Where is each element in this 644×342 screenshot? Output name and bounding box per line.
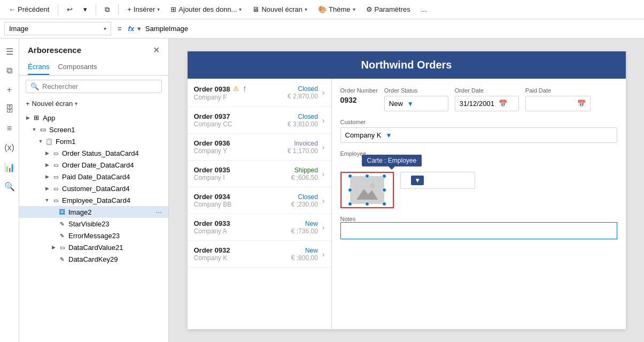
order-item-0935[interactable]: Order 0935 Company I Shipped € ;606,50 › (188, 161, 331, 187)
order-item-0937[interactable]: Order 0937 Company CC Closed € 3;810,00 … (188, 107, 331, 134)
order-company-0937: Company CC (194, 120, 288, 128)
handle-ml (348, 188, 352, 192)
tree-item-screen1[interactable]: ▼ ▭ Screen1 (19, 124, 168, 135)
database-button[interactable]: 🗄 (1, 101, 18, 118)
tree-item-app[interactable]: ▶ ⊞ App (19, 112, 168, 124)
undo-chevron[interactable]: ▾ (79, 3, 91, 16)
new-screen-btn[interactable]: + Nouvel écran ▾ (19, 97, 168, 110)
order-right-0935: Shipped € ;606,50 (291, 166, 318, 181)
formula-input[interactable] (145, 25, 640, 33)
order-item-0934[interactable]: Order 0934 Company BB Closed € ;230,00 › (188, 187, 331, 214)
chevron-down-icon: ▾ (83, 5, 87, 13)
tree-item-errormessage[interactable]: ✎ ErrorMessage23 (19, 230, 168, 241)
tree-item-orderdate[interactable]: ▶ ▭ Order Date_DataCard4 (19, 159, 168, 171)
select-arrow-status: ▼ (407, 100, 414, 108)
tab-screens[interactable]: Écrans (28, 59, 49, 75)
tree-item-orderstatus[interactable]: ▶ ▭ Order Status_DataCard4 (19, 147, 168, 159)
order-chevron-0933: › (322, 223, 325, 232)
notes-input[interactable] (340, 222, 617, 239)
handle-tl (348, 174, 352, 178)
tree-item-image2[interactable]: 🖼 Image2 ··· (19, 206, 168, 218)
controls-button[interactable]: ≡ (1, 120, 18, 137)
expand-icon-orderstatus: ▶ (43, 149, 51, 157)
order-item-0932[interactable]: Order 0932 Company K New € ;800,00 › (188, 241, 331, 268)
chevron-down-icon2: ▾ (157, 6, 160, 12)
order-right-0938: Closed € 2,870,00 (288, 85, 318, 100)
insert-button[interactable]: + Insérer ▾ (123, 3, 164, 16)
order-info-0937: Order 0937 Company CC (194, 112, 288, 128)
order-number-0933: Order 0933 (194, 219, 291, 227)
order-date-input[interactable]: 31/12/2001 📅 (455, 96, 519, 111)
add-data-button[interactable]: ⊞ Ajouter des donn... ▾ (166, 3, 246, 16)
layers-button[interactable]: ⧉ (1, 62, 18, 79)
order-item-0938[interactable]: Order 0938 ⚠ ↑ Company F Closed € 2,870,… (188, 79, 331, 107)
handle-tr (382, 174, 386, 178)
tab-components[interactable]: Composants (58, 59, 97, 75)
order-chevron-0935: › (322, 170, 325, 178)
customer-select[interactable]: Company K ▼ (340, 127, 617, 143)
order-status-0938: Closed (288, 85, 318, 93)
tree-item-datacardvalue[interactable]: ▶ ▭ DataCardValue21 (19, 241, 168, 253)
tree-item-form1[interactable]: ▼ 📋 Form1 (19, 135, 168, 147)
tree-item-paiddate[interactable]: ▶ ▭ Paid Date_DataCard4 (19, 171, 168, 183)
function-button[interactable]: (x) (1, 139, 18, 156)
order-status-0937: Closed (288, 113, 318, 120)
star-icon: ✎ (58, 219, 66, 228)
paid-date-input[interactable]: 📅 (525, 96, 591, 111)
tree-item-datacardkey[interactable]: ✎ DataCardKey29 (19, 253, 168, 265)
order-status-select[interactable]: New ▼ (384, 96, 448, 111)
card-icon2: ▭ (51, 161, 60, 169)
undo-icon: ↩ (67, 5, 73, 13)
add-button[interactable]: + (1, 81, 18, 98)
plus-icon-tree: + (26, 100, 30, 108)
undo-button[interactable]: ↩ (63, 3, 77, 16)
expand-icon-paiddate: ▶ (43, 172, 51, 181)
search-input[interactable] (42, 82, 157, 90)
canvas-area: Northwind Orders Order 0938 ⚠ ↑ Company … (169, 39, 644, 342)
tree-panel: Arborescence ✕ Écrans Composants 🔍 + Nou… (19, 39, 169, 342)
back-button[interactable]: ← Précédent (4, 3, 53, 16)
order-chevron-0934: › (322, 196, 325, 205)
settings-button[interactable]: ⚙ Paramètres (362, 3, 415, 16)
handle-br (382, 202, 386, 206)
more-button[interactable]: ... (417, 3, 431, 16)
image2-dots[interactable]: ··· (153, 208, 164, 216)
new-screen-button[interactable]: 🖥 Nouvel écran ▾ (248, 3, 312, 16)
theme-button[interactable]: 🎨 Thème ▾ (314, 3, 359, 16)
order-date-value: 31/12/2001 (460, 100, 494, 108)
image-placeholder-svg (356, 180, 378, 200)
starvisible-label: StarVisible23 (68, 220, 164, 228)
order-item-0936[interactable]: Order 0936 Company Y Invoiced € 1;170,00… (188, 134, 331, 161)
app-body: Order 0938 ⚠ ↑ Company F Closed € 2,870,… (188, 79, 626, 329)
tree-item-starvisible[interactable]: ✎ StarVisible23 (19, 218, 168, 230)
tree-close-button[interactable]: ✕ (153, 45, 160, 55)
handle-tc (365, 174, 369, 178)
card-icon3: ▭ (51, 172, 60, 181)
employee-card[interactable] (340, 172, 394, 208)
vars-button[interactable]: 📊 (1, 158, 18, 176)
employee-tooltip: Carte : Employee (362, 155, 422, 166)
order-right-0936: Invoiced € 1;170,00 (288, 140, 318, 155)
search-button[interactable]: 🔍 (1, 178, 18, 195)
expand-icon-screen1: ▼ (30, 125, 38, 134)
handle-bc (365, 202, 369, 206)
tree-item-customer[interactable]: ▶ ▭ Customer_DataCard4 (19, 183, 168, 194)
employee-select[interactable]: ▼ (400, 172, 475, 189)
order-chevron-0937: › (322, 116, 325, 125)
more-label: ... (421, 5, 427, 13)
copy-button[interactable]: ⧉ (100, 3, 114, 16)
up-icon-0938: ↑ (242, 84, 246, 94)
formula-selector[interactable]: Image ▾ (4, 22, 111, 35)
handle-mr (382, 188, 386, 192)
monitor-icon: 🖥 (252, 5, 259, 13)
toolbar: ← Précédent ↩ ▾ ⧉ + Insérer ▾ ⊞ Ajouter … (0, 0, 644, 19)
svg-point-2 (370, 183, 375, 188)
expand-icon-form1: ▼ (36, 137, 45, 146)
order-item-0933[interactable]: Order 0933 Company A New € ;736,00 › (188, 214, 331, 241)
tree-item-employee[interactable]: ▼ ▭ Employee_DataCard4 (19, 194, 168, 206)
hamburger-button[interactable]: ☰ (1, 43, 18, 60)
chevron-new-screen: ▾ (305, 6, 307, 12)
tree-header: Arborescence ✕ (19, 39, 168, 59)
expand-icon-dck (49, 255, 58, 263)
image-icon: 🖼 (58, 208, 66, 216)
